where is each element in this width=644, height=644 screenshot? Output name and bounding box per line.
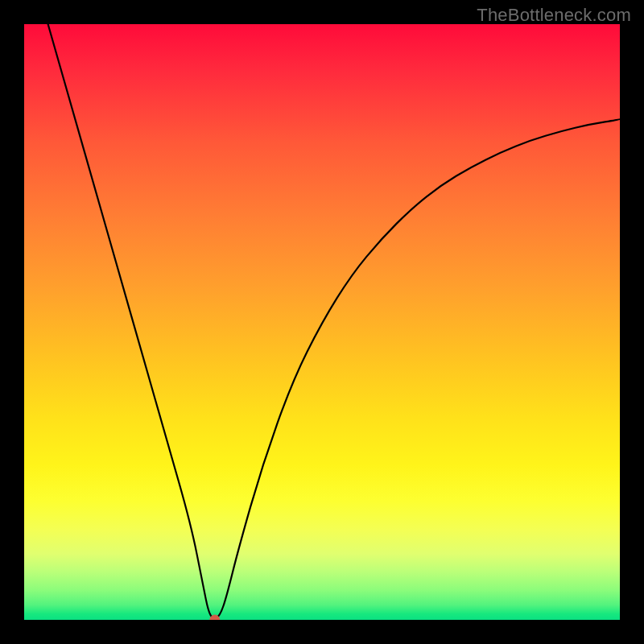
curve-svg [24, 24, 620, 620]
plot-area [24, 24, 620, 620]
watermark-text: TheBottleneck.com [477, 5, 631, 26]
bottleneck-curve [48, 24, 620, 618]
chart-frame: TheBottleneck.com [0, 0, 644, 644]
